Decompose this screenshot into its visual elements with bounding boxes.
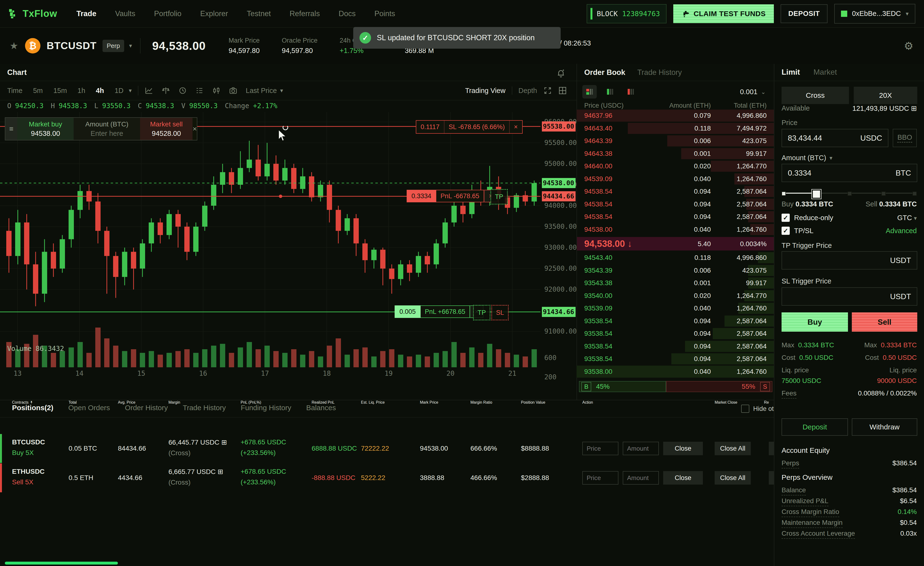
close-price-input[interactable] — [582, 442, 618, 455]
favorite-star-icon[interactable]: ★ — [10, 40, 18, 51]
nav-item-portfolio[interactable]: Portfolio — [154, 9, 182, 18]
bid-row[interactable]: 93543.380.00199.917 — [577, 277, 774, 289]
chevron-down-icon[interactable]: ▾ — [830, 155, 832, 161]
tab-limit[interactable]: Limit — [782, 68, 800, 77]
sl-chip[interactable]: SL — [491, 305, 508, 320]
tp-trigger-input[interactable]: USDT — [782, 251, 917, 269]
ask-row[interactable]: 94643.400.1187,494.972 — [577, 122, 774, 134]
bbo-button[interactable]: BBO — [893, 129, 917, 147]
bid-row[interactable]: 93539.090.0401,264.760 — [577, 302, 774, 314]
bid-row[interactable]: 93540.000.0201,264.770 — [577, 290, 774, 302]
scroll-progress-bar[interactable] — [5, 561, 118, 564]
nav-item-explorer[interactable]: Explorer — [200, 9, 228, 18]
nav-item-trade[interactable]: Trade — [76, 9, 96, 18]
wallet-button[interactable]: 0xEbBe...3EDC ▾ — [834, 4, 915, 24]
ask-row[interactable]: 94538.540.0942,587.064 — [577, 211, 774, 223]
tp-chip[interactable]: TP — [490, 189, 508, 205]
ask-row[interactable]: 94640.000.0201,264.770 — [577, 160, 774, 172]
amount-input[interactable]: 0.3334 BTC — [782, 164, 917, 182]
size-slider[interactable] — [782, 190, 917, 197]
tab-balances[interactable]: Balances — [306, 403, 336, 412]
deposit-button[interactable]: Deposit — [782, 418, 848, 436]
tab-market[interactable]: Market — [813, 68, 837, 77]
price-source-dropdown[interactable]: Last Price ▾ — [246, 87, 283, 95]
clipped-action-button[interactable]: ↑ — [769, 471, 774, 485]
tab-depth[interactable]: Depth — [519, 87, 537, 95]
ask-row[interactable]: 94643.390.006423.075 — [577, 135, 774, 147]
deposit-top-button[interactable]: DEPOSIT — [781, 5, 828, 23]
book-layout-asks-icon[interactable] — [624, 85, 638, 98]
close-icon[interactable]: × — [510, 120, 522, 133]
layout-grid-icon[interactable] — [558, 86, 567, 95]
close-amount-input[interactable] — [623, 471, 659, 485]
timeframe-chevron-icon[interactable]: ▾ — [129, 87, 132, 94]
nav-item-testnet[interactable]: Testnet — [247, 9, 271, 18]
camera-icon[interactable] — [229, 86, 237, 95]
margin-mode-button[interactable]: Cross — [782, 87, 849, 104]
buy-button[interactable]: Buy — [782, 312, 848, 332]
advanced-link[interactable]: Advanced — [886, 227, 917, 235]
fullscreen-icon[interactable] — [543, 86, 552, 95]
ask-row[interactable]: 94637.960.0794,996.860 — [577, 110, 774, 122]
tp-chip[interactable]: TP — [473, 305, 490, 320]
close-all-button[interactable]: Close All — [715, 471, 751, 485]
tab-open-orders[interactable]: Open Orders — [68, 403, 110, 412]
nav-item-points[interactable]: Points — [374, 9, 395, 18]
bid-row[interactable]: 93538.540.0942,587.064 — [577, 315, 774, 327]
amount-input-cell[interactable]: Amount (BTC) Enter here — [74, 118, 140, 140]
close-price-input[interactable] — [582, 471, 618, 485]
indicator-list-icon[interactable] — [195, 86, 204, 95]
book-layout-bids-icon[interactable] — [603, 85, 618, 98]
slider-handle[interactable] — [812, 190, 821, 199]
claim-test-funds-button[interactable]: CLAIM TEST FUNDS — [673, 5, 774, 23]
bid-row[interactable]: 93538.540.0942,587.064 — [577, 353, 774, 365]
sl-trigger-input[interactable]: USDT — [782, 288, 917, 306]
close-all-button[interactable]: Close All — [715, 442, 751, 455]
add-funds-icon[interactable]: ⊞ — [911, 104, 917, 112]
timeframe-5m[interactable]: 5m — [33, 87, 43, 95]
timeframe-15m[interactable]: 15m — [53, 87, 67, 95]
sl-order-tag[interactable]: 0.1117 SL -678.65 (6.66%) × — [416, 120, 523, 134]
timeframe-4h[interactable]: 4h — [96, 87, 104, 95]
tab-order-history[interactable]: Order History — [125, 403, 168, 412]
nav-item-vaults[interactable]: Vaults — [115, 9, 135, 18]
timeframe-1D[interactable]: 1D — [114, 87, 123, 95]
tif-dropdown[interactable]: GTC — [897, 214, 912, 221]
market-sell-button[interactable]: Market sell 94528.00 — [140, 118, 192, 140]
alert-bell-icon[interactable] — [556, 69, 566, 79]
pair-chevron-icon[interactable]: ▾ — [129, 42, 132, 49]
tab-trading-view[interactable]: Trading View — [465, 87, 506, 95]
history-clock-icon[interactable] — [178, 86, 187, 95]
bid-row[interactable]: 94543.400.1184,996.860 — [577, 252, 774, 264]
tab-funding-history[interactable]: Funding History — [241, 403, 291, 412]
long-position-tag[interactable]: 0.005 PnL +6678.65 × — [394, 306, 483, 318]
book-layout-both-icon[interactable] — [582, 85, 597, 98]
tpsl-checkbox[interactable]: ✓ — [782, 227, 790, 235]
drag-handle[interactable]: ≡ — [5, 118, 17, 140]
tab-trade-history[interactable]: Trade History — [638, 68, 682, 77]
tab-order-book[interactable]: Order Book — [584, 68, 626, 77]
hide-other-symbols-checkbox[interactable]: Hide oth — [741, 405, 774, 413]
pair-name[interactable]: BTCUSDT — [46, 40, 97, 51]
compare-icon[interactable] — [162, 86, 170, 95]
close-button[interactable]: Close — [663, 442, 703, 455]
clipped-action-button[interactable]: ↑ — [769, 442, 774, 455]
gear-icon[interactable]: ⚙ — [904, 40, 914, 52]
timeframe-1h[interactable]: 1h — [78, 87, 85, 95]
ask-row[interactable]: 94538.540.0942,587.064 — [577, 185, 774, 197]
ask-row[interactable]: 94539.090.0401,264.760 — [577, 173, 774, 185]
candle-style-icon[interactable] — [212, 86, 220, 95]
reduce-only-checkbox[interactable]: ✓ — [782, 214, 790, 222]
timeframe-Time[interactable]: Time — [7, 87, 22, 95]
ask-row[interactable]: 94643.380.00199.917 — [577, 148, 774, 160]
bid-row[interactable]: 93538.540.0942,587.064 — [577, 328, 774, 340]
close-button[interactable]: Close — [663, 471, 703, 485]
position-tag[interactable]: 0.3334 PnL -6678.65 × — [406, 190, 498, 202]
ask-row[interactable]: 94538.000.0401,264.760 — [577, 223, 774, 236]
tab-positions-2-[interactable]: Positions(2) — [12, 403, 53, 412]
sell-button[interactable]: Sell — [852, 312, 917, 332]
bid-row[interactable]: 93543.390.006423.075 — [577, 265, 774, 277]
chart-plot[interactable]: 96000.0095500.0095000.0094500.0094000.00… — [0, 112, 576, 400]
leverage-button[interactable]: 20X — [854, 87, 917, 104]
close-amount-input[interactable] — [623, 442, 659, 455]
